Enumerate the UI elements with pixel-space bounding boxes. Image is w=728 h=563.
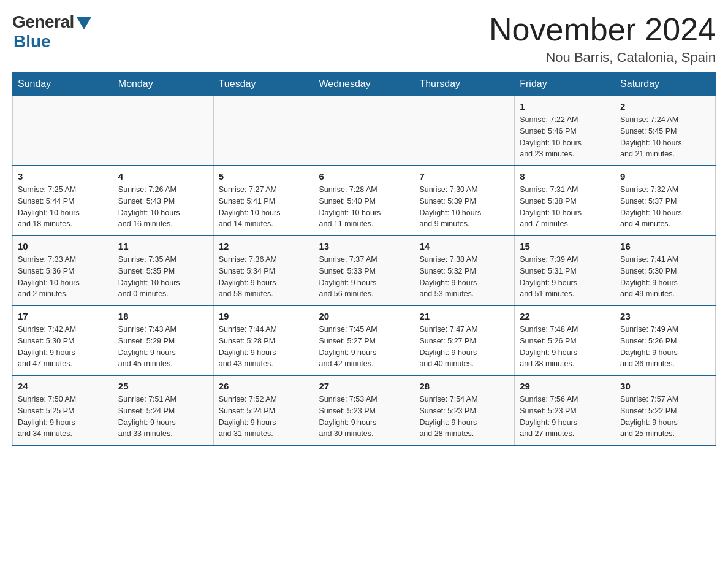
day-info: Sunrise: 7:41 AM Sunset: 5:30 PM Dayligh… [620,254,710,300]
day-info: Sunrise: 7:24 AM Sunset: 5:45 PM Dayligh… [620,114,710,160]
calendar-cell: 8Sunrise: 7:31 AM Sunset: 5:38 PM Daylig… [515,166,615,236]
calendar-cell: 26Sunrise: 7:52 AM Sunset: 5:24 PM Dayli… [213,375,314,445]
logo-triangle-icon [77,17,91,29]
calendar-cell: 10Sunrise: 7:33 AM Sunset: 5:36 PM Dayli… [13,236,113,305]
calendar-cell: 20Sunrise: 7:45 AM Sunset: 5:27 PM Dayli… [314,305,414,375]
day-info: Sunrise: 7:56 AM Sunset: 5:23 PM Dayligh… [520,394,610,440]
logo-general-text: General [12,12,74,32]
day-info: Sunrise: 7:45 AM Sunset: 5:27 PM Dayligh… [319,324,409,370]
calendar-cell: 25Sunrise: 7:51 AM Sunset: 5:24 PM Dayli… [113,375,213,445]
day-info: Sunrise: 7:27 AM Sunset: 5:41 PM Dayligh… [219,184,309,230]
calendar-cell [213,96,314,166]
day-info: Sunrise: 7:28 AM Sunset: 5:40 PM Dayligh… [319,184,409,230]
day-info: Sunrise: 7:25 AM Sunset: 5:44 PM Dayligh… [18,184,108,230]
calendar-cell [414,96,515,166]
calendar-cell: 3Sunrise: 7:25 AM Sunset: 5:44 PM Daylig… [13,166,113,236]
day-number: 26 [219,381,309,391]
calendar-week-2: 3Sunrise: 7:25 AM Sunset: 5:44 PM Daylig… [13,166,716,236]
calendar-cell: 6Sunrise: 7:28 AM Sunset: 5:40 PM Daylig… [314,166,414,236]
day-info: Sunrise: 7:57 AM Sunset: 5:22 PM Dayligh… [620,394,710,440]
day-number: 4 [118,171,208,182]
day-number: 24 [18,381,108,391]
weekday-header-thursday: Thursday [414,72,515,96]
weekday-header-sunday: Sunday [13,72,113,96]
day-info: Sunrise: 7:33 AM Sunset: 5:36 PM Dayligh… [18,254,108,300]
day-info: Sunrise: 7:42 AM Sunset: 5:30 PM Dayligh… [18,324,108,370]
calendar-cell: 24Sunrise: 7:50 AM Sunset: 5:25 PM Dayli… [13,375,113,445]
calendar-cell: 22Sunrise: 7:48 AM Sunset: 5:26 PM Dayli… [515,305,615,375]
weekday-header-tuesday: Tuesday [213,72,314,96]
day-info: Sunrise: 7:31 AM Sunset: 5:38 PM Dayligh… [520,184,610,230]
calendar-week-1: 1Sunrise: 7:22 AM Sunset: 5:46 PM Daylig… [13,96,716,166]
day-info: Sunrise: 7:54 AM Sunset: 5:23 PM Dayligh… [419,394,509,440]
day-number: 28 [419,381,509,391]
day-info: Sunrise: 7:43 AM Sunset: 5:29 PM Dayligh… [118,324,208,370]
day-info: Sunrise: 7:47 AM Sunset: 5:27 PM Dayligh… [419,324,509,370]
day-info: Sunrise: 7:37 AM Sunset: 5:33 PM Dayligh… [319,254,409,300]
weekday-header-row: SundayMondayTuesdayWednesdayThursdayFrid… [13,72,716,96]
day-info: Sunrise: 7:32 AM Sunset: 5:37 PM Dayligh… [620,184,710,230]
day-info: Sunrise: 7:52 AM Sunset: 5:24 PM Dayligh… [219,394,309,440]
day-number: 29 [520,381,610,391]
calendar-header: SundayMondayTuesdayWednesdayThursdayFrid… [13,72,716,96]
weekday-header-wednesday: Wednesday [314,72,414,96]
calendar-cell: 7Sunrise: 7:30 AM Sunset: 5:39 PM Daylig… [414,166,515,236]
calendar-cell: 17Sunrise: 7:42 AM Sunset: 5:30 PM Dayli… [13,305,113,375]
day-number: 3 [18,171,108,182]
day-number: 11 [118,241,208,251]
day-number: 20 [319,311,409,321]
calendar-body: 1Sunrise: 7:22 AM Sunset: 5:46 PM Daylig… [13,96,716,446]
calendar-cell: 9Sunrise: 7:32 AM Sunset: 5:37 PM Daylig… [615,166,716,236]
day-info: Sunrise: 7:51 AM Sunset: 5:24 PM Dayligh… [118,394,208,440]
month-title: November 2024 [489,12,716,47]
calendar-cell: 19Sunrise: 7:44 AM Sunset: 5:28 PM Dayli… [213,305,314,375]
day-info: Sunrise: 7:53 AM Sunset: 5:23 PM Dayligh… [319,394,409,440]
day-number: 9 [620,171,710,182]
calendar-cell: 16Sunrise: 7:41 AM Sunset: 5:30 PM Dayli… [615,236,716,305]
day-number: 19 [219,311,309,321]
day-number: 30 [620,381,710,391]
calendar-cell: 30Sunrise: 7:57 AM Sunset: 5:22 PM Dayli… [615,375,716,445]
day-number: 22 [520,311,610,321]
calendar-cell [314,96,414,166]
day-number: 2 [620,101,710,112]
day-number: 1 [520,101,610,112]
day-number: 21 [419,311,509,321]
day-info: Sunrise: 7:22 AM Sunset: 5:46 PM Dayligh… [520,114,610,160]
calendar-week-5: 24Sunrise: 7:50 AM Sunset: 5:25 PM Dayli… [13,375,716,445]
day-number: 12 [219,241,309,251]
calendar-cell: 23Sunrise: 7:49 AM Sunset: 5:26 PM Dayli… [615,305,716,375]
calendar-cell: 11Sunrise: 7:35 AM Sunset: 5:35 PM Dayli… [113,236,213,305]
day-number: 8 [520,171,610,182]
day-number: 16 [620,241,710,251]
logo: General Blue [12,12,91,52]
calendar-week-4: 17Sunrise: 7:42 AM Sunset: 5:30 PM Dayli… [13,305,716,375]
calendar-cell: 21Sunrise: 7:47 AM Sunset: 5:27 PM Dayli… [414,305,515,375]
day-number: 6 [319,171,409,182]
calendar-cell: 12Sunrise: 7:36 AM Sunset: 5:34 PM Dayli… [213,236,314,305]
day-number: 23 [620,311,710,321]
day-info: Sunrise: 7:30 AM Sunset: 5:39 PM Dayligh… [419,184,509,230]
location-subtitle: Nou Barris, Catalonia, Spain [489,50,716,66]
calendar-cell: 4Sunrise: 7:26 AM Sunset: 5:43 PM Daylig… [113,166,213,236]
calendar-cell [113,96,213,166]
day-number: 27 [319,381,409,391]
title-block: November 2024 Nou Barris, Catalonia, Spa… [489,12,716,66]
calendar-cell: 13Sunrise: 7:37 AM Sunset: 5:33 PM Dayli… [314,236,414,305]
day-info: Sunrise: 7:44 AM Sunset: 5:28 PM Dayligh… [219,324,309,370]
calendar-cell: 28Sunrise: 7:54 AM Sunset: 5:23 PM Dayli… [414,375,515,445]
calendar-cell: 14Sunrise: 7:38 AM Sunset: 5:32 PM Dayli… [414,236,515,305]
weekday-header-saturday: Saturday [615,72,716,96]
day-number: 5 [219,171,309,182]
logo-blue-text: Blue [13,32,51,52]
day-info: Sunrise: 7:39 AM Sunset: 5:31 PM Dayligh… [520,254,610,300]
calendar-cell: 29Sunrise: 7:56 AM Sunset: 5:23 PM Dayli… [515,375,615,445]
calendar-cell: 15Sunrise: 7:39 AM Sunset: 5:31 PM Dayli… [515,236,615,305]
day-number: 13 [319,241,409,251]
day-info: Sunrise: 7:26 AM Sunset: 5:43 PM Dayligh… [118,184,208,230]
day-info: Sunrise: 7:50 AM Sunset: 5:25 PM Dayligh… [18,394,108,440]
day-number: 18 [118,311,208,321]
day-number: 17 [18,311,108,321]
day-number: 14 [419,241,509,251]
calendar-cell: 18Sunrise: 7:43 AM Sunset: 5:29 PM Dayli… [113,305,213,375]
